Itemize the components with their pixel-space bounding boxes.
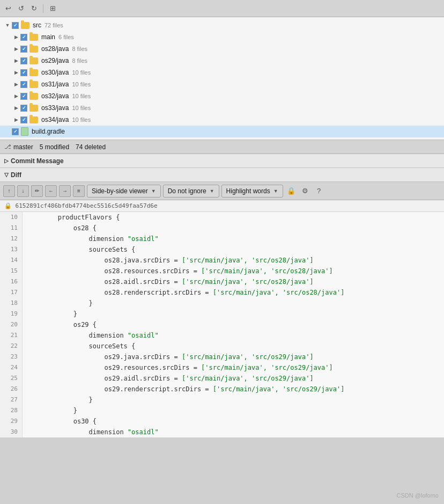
tree-arrow[interactable] (13, 81, 19, 87)
back-button[interactable]: ← (45, 185, 57, 197)
line-content: os28.resources.srcDirs = ['src/main/java… (23, 266, 333, 276)
line-number: 23 (0, 352, 23, 362)
list-button[interactable]: ≡ (73, 185, 85, 197)
scroll-up-button[interactable]: ↑ (3, 185, 15, 197)
undo-icon[interactable]: ↩ (3, 4, 13, 13)
line-content: } (23, 298, 93, 309)
table-row: 23 os29.java.srcDirs = ['src/main/java',… (0, 352, 444, 362)
scroll-down-button[interactable]: ↓ (17, 185, 29, 197)
tree-arrow[interactable] (13, 93, 19, 99)
forward-button[interactable]: → (59, 185, 71, 197)
table-row: 28 } (0, 405, 444, 416)
tree-checkbox[interactable] (20, 93, 27, 100)
line-number: 17 (0, 287, 23, 298)
table-row: 26 os29.renderscript.srcDirs = ['src/mai… (0, 384, 444, 395)
line-content: sourceSets { (23, 244, 135, 255)
folder-icon (29, 81, 38, 88)
tree-item-count: 10 files (72, 93, 91, 99)
tree-item-label: os30/java (41, 69, 69, 76)
table-row: 22 sourceSets { (0, 341, 444, 352)
branch-item: ⎇ master (4, 143, 33, 151)
tree-checkbox[interactable] (20, 46, 27, 53)
tree-item[interactable]: os29/java8 files (0, 55, 444, 67)
array-literal: ['src/main/java', 'src/os29/java'] (213, 385, 345, 393)
tree-checkbox[interactable] (20, 57, 27, 64)
tree-arrow[interactable] (13, 57, 19, 64)
line-number: 20 (0, 319, 23, 330)
tree-item[interactable]: main6 files (0, 31, 444, 43)
commit-hash-bar: 🔒 6152891cf486bfdb4774bec5516c5d49faa57d… (0, 200, 444, 212)
line-number: 13 (0, 244, 23, 255)
tree-item-label: src (33, 21, 41, 29)
tree-arrow[interactable] (13, 46, 19, 52)
diff-label: Diff (11, 171, 21, 179)
array-literal: ['src/main/java', 'src/os29/java'] (182, 375, 314, 382)
line-number: 28 (0, 405, 23, 416)
line-content: os28 { (23, 223, 97, 233)
tree-item[interactable]: build.gradle (0, 126, 444, 137)
tree-arrow[interactable] (13, 69, 19, 76)
tree-item[interactable]: os28/java8 files (0, 43, 444, 55)
tree-item-label: os29/java (41, 57, 69, 64)
tree-arrow[interactable] (13, 116, 19, 123)
help-button[interactable]: ? (313, 185, 325, 197)
settings-button[interactable]: ⚙ (299, 185, 311, 197)
redo-icon[interactable]: ↺ (16, 4, 26, 13)
tree-item-count: 10 files (72, 81, 91, 87)
tree-checkbox[interactable] (20, 81, 27, 88)
array-literal: ['src/main/java', 'src/os29/java'] (182, 353, 314, 361)
array-literal: ['src/main/java', 'src/os28/java'] (213, 289, 345, 296)
line-content: sourceSets { (23, 341, 135, 352)
tree-checkbox[interactable] (12, 128, 19, 135)
array-literal: ['src/main/java', 'src/os28/java'] (201, 267, 333, 275)
tree-checkbox[interactable] (12, 22, 19, 29)
tree-item-count: 8 files (72, 46, 87, 52)
table-row: 10 productFlavors { (0, 212, 444, 223)
table-row: 17 os28.renderscript.srcDirs = ['src/mai… (0, 287, 444, 298)
branch-name: master (13, 143, 33, 151)
viewer-label: Side-by-side viewer (92, 187, 148, 195)
line-number: 12 (0, 233, 23, 244)
ignore-dropdown[interactable]: Do not ignore ▼ (163, 185, 219, 198)
code-view[interactable]: 10 productFlavors {11 os28 {12 dimension… (0, 212, 444, 437)
refresh-icon[interactable]: ↻ (29, 4, 39, 13)
tree-item[interactable]: src72 files (0, 19, 444, 31)
table-row: 20 os29 { (0, 319, 444, 330)
table-row: 15 os28.resources.srcDirs = ['src/main/j… (0, 266, 444, 276)
layout-icon[interactable]: ⊞ (48, 4, 57, 13)
line-content: } (23, 309, 77, 319)
tree-item[interactable]: os31/java10 files (0, 78, 444, 90)
line-content: os29.java.srcDirs = ['src/main/java', 's… (23, 352, 314, 362)
commit-toggle[interactable]: ▷ (4, 158, 9, 164)
branch-bar: ⎇ master 5 modified 74 deleted (0, 140, 444, 154)
line-number: 16 (0, 276, 23, 287)
tree-arrow[interactable] (13, 105, 19, 111)
tree-item[interactable]: os33/java10 files (0, 102, 444, 114)
tree-item-label: main (41, 33, 55, 41)
lock-button[interactable]: 🔒 (285, 185, 297, 197)
tree-checkbox[interactable] (20, 34, 27, 41)
line-content: } (23, 395, 93, 405)
edit-button[interactable]: ✏ (31, 185, 43, 197)
tree-arrow[interactable] (4, 22, 11, 28)
deleted-label: 74 deleted (76, 143, 106, 151)
table-row: 11 os28 { (0, 223, 444, 233)
tree-item-count: 10 files (72, 105, 91, 111)
viewer-dropdown[interactable]: Side-by-side viewer ▼ (87, 185, 161, 198)
tree-arrow[interactable] (13, 34, 19, 40)
tree-item[interactable]: os30/java10 files (0, 67, 444, 78)
line-number: 21 (0, 330, 23, 341)
highlight-dropdown[interactable]: Highlight words ▼ (221, 185, 283, 198)
line-number: 15 (0, 266, 23, 276)
diff-toggle[interactable]: ▽ (4, 172, 9, 178)
tree-item-count: 6 files (58, 34, 74, 40)
table-row: 14 os28.java.srcDirs = ['src/main/java',… (0, 255, 444, 266)
highlight-label: Highlight words (226, 187, 270, 195)
tree-item[interactable]: os32/java10 files (0, 90, 444, 102)
table-row: 19 } (0, 309, 444, 319)
tree-checkbox[interactable] (20, 116, 27, 123)
tree-item[interactable]: os34/java10 files (0, 114, 444, 126)
tree-checkbox[interactable] (20, 69, 27, 76)
tree-checkbox[interactable] (20, 105, 27, 112)
tree-item-label: os34/java (41, 116, 69, 123)
